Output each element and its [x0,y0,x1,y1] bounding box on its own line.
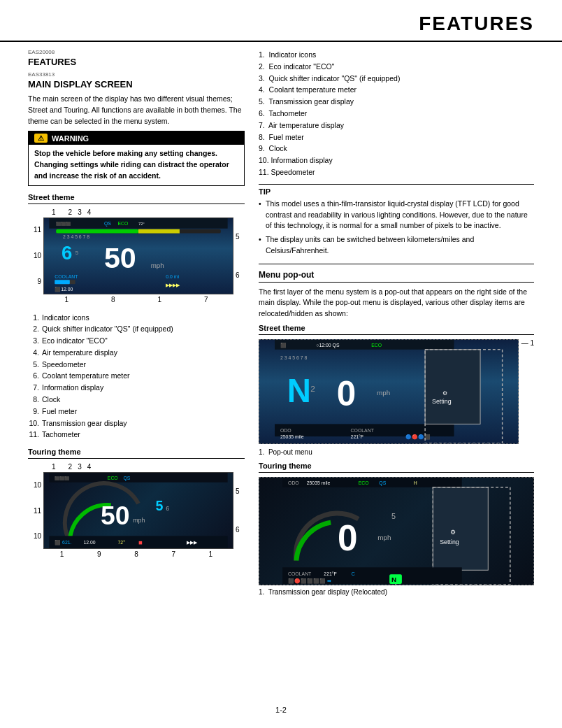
list-item: 6. Tachometer [259,108,534,120]
tip-item: The display units can be switched betwee… [259,234,534,257]
popup-touring-theme-title: Touring theme [259,462,534,473]
svg-text:mph: mph [151,261,164,269]
svg-rect-15 [55,280,70,284]
street-popup-container: ⬛ ○12:00 QS ECO 2 3 4 5 6 7 8 N 2 0 mph … [259,339,534,444]
street-callout-top-spacer [31,208,52,216]
svg-text:○12:00  QS: ○12:00 QS [316,343,340,348]
tip-list: This model uses a thin-film-transistor l… [259,199,534,257]
svg-text:⚙: ⚙ [442,390,447,397]
svg-text:5: 5 [391,512,396,520]
svg-text:ECO: ECO [371,343,382,348]
list-item: 10. Information display [259,155,534,166]
svg-text:⬛12.00: ⬛12.00 [55,286,73,292]
street-bottom-callout-8: 8 [111,296,115,304]
list-item: 8. Fuel meter [259,131,534,143]
street-theme-title: Street theme [28,193,245,204]
svg-rect-33 [275,340,454,350]
warning-header: ⚠ WARNING [29,131,244,145]
list-item: 4. Coolant temperature meter [259,84,534,96]
svg-rect-7 [138,229,180,233]
svg-text:221°F: 221°F [351,434,363,439]
left-column: EAS20008 FEATURES EAS33813 MAIN DISPLAY … [28,42,245,601]
header-title: FEATURES [28,13,534,35]
menu-popup-title: Menu pop-out [259,270,534,283]
touring-callout-10b: 10 [28,532,41,540]
list-item: 7. Air temperature display [259,120,534,131]
street-list: 1.Indicator icons 2.Quick shifter indica… [28,312,245,441]
touring-popup-label: 1. Transmission gear display (Relocated) [259,588,534,596]
touring-callout-11: 11 [28,507,41,515]
touring-callout-t2: 2 [69,463,73,471]
touring-bottom-8: 8 [134,550,138,558]
street-callout-5: 5 [236,233,245,241]
svg-text:◼: ◼ [138,540,143,545]
list-item: 11. Speedometer [259,166,534,178]
touring-callout-t3: 3 [78,463,82,471]
warning-box: ⚠ WARNING Stop the vehicle before making… [28,131,245,185]
page-footer: 1-2 [0,699,562,721]
touring-display-svg: ⬛⬛⬛ ECO QS 50 mph 5 6 ⬛ 6 [44,473,233,548]
svg-text:C: C [352,571,355,576]
svg-text:0.0 mi: 0.0 mi [166,274,179,279]
svg-text:2  3  4  5  6  7  8: 2 3 4 5 6 7 8 [63,234,89,239]
touring-callout-10a: 10 [28,481,41,489]
street-bottom-callout-1b: 1 [157,296,161,304]
svg-rect-48 [425,350,480,424]
svg-text:QS: QS [123,476,130,481]
street-callout-10: 10 [28,252,41,259]
svg-text:N: N [391,576,396,583]
touring-popup-svg: ODO 25035 mile ECO QS H 0 mph 5 ⚙ [259,478,533,585]
street-callout-6: 6 [236,271,245,279]
warning-icon: ⚠ [34,134,48,143]
tip-box: TIP This model uses a thin-film-transist… [259,184,534,257]
svg-text:ECO: ECO [108,476,118,480]
list-item: 9.Fuel meter [28,406,245,417]
svg-text:Setting: Setting [432,398,452,405]
list-item: 9. Clock [259,143,534,155]
svg-text:72°: 72° [138,221,145,225]
svg-text:221°F: 221°F [324,571,336,576]
tip-label: TIP [259,187,534,196]
svg-text:ODO: ODO [288,480,299,485]
svg-text:ECO: ECO [359,480,370,485]
list-item: 11.Tachometer [28,429,245,441]
svg-text:⬛ 621.: ⬛ 621. [55,539,71,545]
page-header: FEATURES [0,0,562,42]
street-display-svg: ⬛⬛⬛ QS ECO 72° 2 3 4 5 6 7 8 6 5 [44,218,233,294]
section-id-features: EAS20008 [28,49,245,55]
list-item: 6.Coolant temperature meter [28,370,245,382]
street-callout-3: 3 [78,208,82,216]
svg-text:▶▶▶▶: ▶▶▶▶ [166,283,180,287]
svg-text:25035 mile: 25035 mile [280,434,304,439]
page-number: 1-2 [275,706,287,714]
list-item: 5.Speedometer [28,359,245,371]
svg-text:Setting: Setting [440,538,459,545]
street-popup-svg: ⬛ ○12:00 QS ECO 2 3 4 5 6 7 8 N 2 0 mph … [259,340,518,443]
touring-theme-title: Touring theme [28,448,245,459]
svg-text:ODO: ODO [280,428,291,433]
svg-text:⬛⬛⬛: ⬛⬛⬛ [55,476,70,481]
svg-text:▶▶▶: ▶▶▶ [187,540,198,545]
svg-text:COOLANT: COOLANT [351,428,375,433]
list-item: 7.Information display [28,382,245,394]
svg-text:QS: QS [104,220,111,226]
section-id-main: EAS33813 [28,71,245,78]
svg-text:0: 0 [337,373,356,412]
svg-rect-6 [56,229,138,233]
street-bottom-callout-1a: 1 [64,296,69,304]
warning-text: Stop the vehicle before making any setti… [29,145,244,185]
svg-text:QS: QS [379,480,386,486]
street-callout-11: 11 [28,226,41,234]
touring-callout-6: 6 [236,526,245,534]
svg-text:🔵🔴🔵⬛: 🔵🔴🔵⬛ [405,434,431,440]
right-numbered-list: 1. Indicator icons 2. Eco indicator "ECO… [259,49,534,178]
touring-callout-5: 5 [236,487,245,495]
menu-popup-text: The first layer of the menu system is a … [259,287,534,320]
svg-rect-19 [49,473,227,483]
street-display-container: 1 2 3 4 11 10 9 ⬛⬛⬛ [28,208,245,304]
touring-bottom-7: 7 [171,550,175,558]
street-popup-label: 1. Pop-out menu [259,448,534,456]
list-item: 10.Transmission gear display [28,417,245,429]
touring-callout-t1: 1 [52,463,56,471]
tip-item: This model uses a thin-film-transistor l… [259,199,534,231]
